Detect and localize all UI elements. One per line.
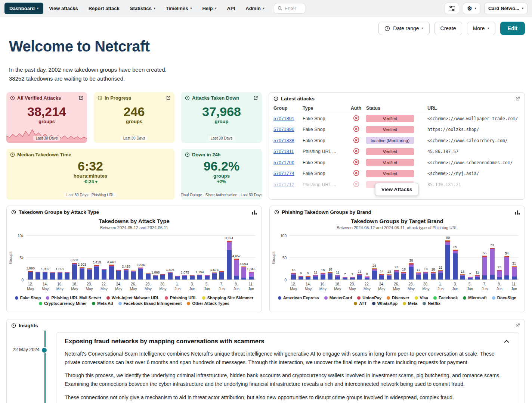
x-axis-tick: 3.Jun (452, 282, 458, 291)
attack-url: <scheme>://www.schoenendames.com/ (427, 160, 520, 165)
card-title: Median Takedown Time (17, 152, 71, 157)
legend-item[interactable]: Cryptocurrency Miner (39, 301, 87, 306)
group-link[interactable]: 57071891 (273, 116, 294, 121)
bar-value-label: 18 (432, 268, 435, 271)
filters-button[interactable] (445, 3, 459, 14)
group-link[interactable]: 57071712 (273, 182, 294, 187)
bar-value-label: 38 (409, 259, 413, 262)
card-footer: Last 30 Days (33, 136, 60, 141)
nav-item-statistics[interactable]: Statistics▾ (125, 3, 160, 14)
x-axis-tick: 22.May (100, 282, 108, 291)
legend-item[interactable]: Facebook Brand Infringement (118, 301, 182, 306)
nav-item-help[interactable]: Help▾ (197, 3, 221, 14)
bar: 17 (416, 272, 421, 280)
legend-item[interactable]: Microsoft (463, 296, 487, 300)
group-link[interactable]: 57071774 (273, 171, 294, 176)
legend-item[interactable]: UnionPay (357, 296, 381, 300)
date-range-button[interactable]: Date range ▾ (378, 22, 429, 35)
legend-item[interactable]: Web-Inject Malware URL (106, 296, 160, 300)
legend-item[interactable]: Visa (415, 296, 428, 300)
x-axis-tick: 9.Jun (497, 282, 502, 291)
bar-value-label: 3,410 (92, 260, 101, 264)
insight-card: Exposing fraud networks by mapping conve… (56, 332, 519, 403)
group-link[interactable]: 57071811 (273, 149, 294, 154)
bar: 1,846 (249, 272, 254, 280)
nav-item-admin[interactable]: Admin▾ (241, 3, 269, 14)
x-axis-tick: 5.Jun (467, 282, 473, 291)
legend-item[interactable]: Facebook (433, 296, 458, 300)
edit-button[interactable]: Edit (500, 22, 525, 35)
auth-denied-icon (353, 126, 359, 132)
group-link[interactable]: 57071890 (273, 127, 294, 132)
search-box[interactable] (274, 3, 305, 14)
clock-icon (274, 210, 279, 215)
clock-icon (10, 152, 15, 157)
main-content: Date range ▾ Create More ▾ Edit Welcome … (0, 17, 532, 403)
legend-item[interactable]: Meta Ad (92, 301, 113, 306)
external-link-icon[interactable] (253, 96, 258, 100)
legend-item[interactable]: DocuSign (492, 296, 516, 300)
y-axis-tick: 0 (21, 278, 24, 282)
external-link-icon[interactable] (515, 96, 520, 101)
search-input[interactable] (285, 6, 303, 11)
bar: 8,924 (227, 241, 232, 280)
settings-button[interactable]: ⚙ ▾ (463, 3, 480, 14)
bar: 1,892 (43, 272, 47, 280)
status-badge: Verified (366, 115, 414, 122)
panel-title: Takedown Groups by Attack Type (19, 209, 99, 215)
card-unit: groups (38, 119, 55, 124)
bar: 69 (453, 250, 458, 280)
legend-item[interactable]: Fake Shop (15, 296, 41, 300)
legend-item[interactable]: Discover (387, 296, 409, 300)
bar: 14 (379, 274, 384, 280)
bar: 4,857 (234, 259, 239, 280)
bar-value-label: 8,924 (225, 236, 233, 240)
legend-item[interactable]: ATT (354, 301, 367, 306)
bar (116, 270, 121, 280)
page-toolbar: Date range ▾ Create More ▾ Edit (6, 22, 525, 35)
x-axis-ticks: 12.May14.May16.May18.May20.May22.May24.M… (289, 282, 519, 291)
view-attacks-button[interactable]: View Attacks (375, 183, 419, 196)
legend-dot (106, 296, 110, 300)
legend-item[interactable]: Other Attack Types (187, 301, 229, 306)
group-link[interactable]: 57071790 (273, 160, 294, 165)
bar-value-label: 1,068 (151, 271, 160, 274)
legend-item[interactable]: WhatsApp (372, 301, 398, 306)
legend-item[interactable]: Netflix (423, 301, 440, 306)
bar (35, 272, 40, 280)
bar-chart-icon[interactable] (252, 210, 257, 215)
group-link[interactable]: 57071838 (273, 138, 294, 143)
card-title: Down in 24h (192, 152, 221, 157)
legend-item[interactable]: Shopping Site Skimmer (202, 296, 253, 300)
x-axis-tick: 26.May (393, 282, 400, 291)
external-link-icon[interactable] (166, 96, 171, 100)
bar: 1,696 (168, 272, 173, 280)
card-median-takedown-time: Median Takedown Time 6:32 hours:minutes … (6, 149, 174, 200)
legend-item[interactable]: Meta (403, 301, 417, 306)
external-link-icon[interactable] (78, 96, 83, 100)
chevron-up-icon[interactable] (502, 338, 511, 344)
nav-item-report-attack[interactable]: Report attack (84, 3, 124, 14)
bar: 2,836 (138, 268, 143, 280)
chevron-down-icon: ▾ (37, 7, 38, 10)
legend-item[interactable]: Phishing URL Mail Server (46, 296, 101, 300)
nav-item-view-attacks[interactable]: View attacks (44, 3, 83, 14)
create-button[interactable]: Create (434, 22, 462, 35)
x-axis-tick: 1.Jun (174, 282, 180, 291)
legend-item[interactable]: Phishing URL (165, 296, 197, 300)
bar (219, 271, 224, 280)
status-badge: Verified (366, 159, 414, 166)
legend-item[interactable]: MasterCard (324, 296, 352, 300)
legend-item[interactable]: American Express (278, 296, 319, 300)
y-axis-tick: 0 (284, 278, 287, 282)
legend-dot (403, 302, 406, 305)
nav-item-timelines[interactable]: Timelines▾ (161, 3, 197, 14)
more-button[interactable]: More ▾ (467, 22, 495, 35)
card-network-dropdown[interactable]: Card Netwo... ▾ (484, 3, 528, 14)
x-axis-tick: 7.Jun (482, 282, 488, 291)
auth-denied-icon (353, 181, 359, 187)
nav-item-api[interactable]: API (222, 3, 240, 14)
external-link-icon[interactable] (515, 323, 520, 328)
bar-chart-icon[interactable] (515, 210, 520, 215)
nav-item-dashboard[interactable]: Dashboard▾ (4, 3, 43, 14)
